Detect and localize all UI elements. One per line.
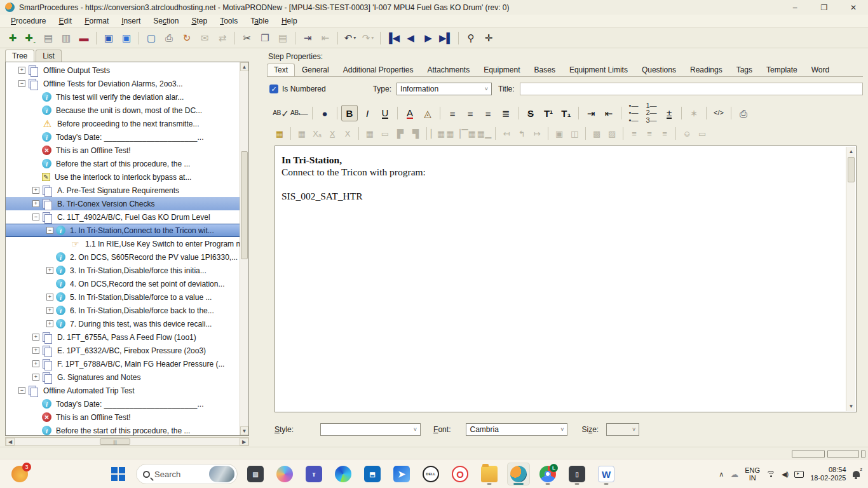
tree-item[interactable]: iBecause the unit is down, most of the D… (6, 104, 240, 117)
nav-prev-button[interactable]: ◀ (402, 30, 419, 46)
tree-scroll-thumb[interactable] (241, 151, 248, 259)
taskbar-app-copilot[interactable] (273, 463, 296, 485)
tab-equipment[interactable]: Equipment (477, 64, 527, 76)
tree-hscroll-thumb[interactable]: ||| (100, 438, 130, 445)
volume-icon[interactable]: ◀) (782, 470, 788, 478)
align-center-button[interactable]: ≡ (462, 105, 478, 121)
tab-general[interactable]: General (295, 64, 336, 76)
expand-icon[interactable]: + (46, 307, 53, 314)
html-source-button[interactable]: </> (710, 105, 727, 121)
font-color-button[interactable]: A (402, 105, 418, 121)
underline-button[interactable]: U (377, 105, 393, 121)
taskbar-app-word[interactable]: W (595, 463, 618, 485)
scroll-down-icon[interactable]: ▼ (240, 426, 248, 435)
superscript-button[interactable]: T¹ (540, 105, 557, 121)
tab-attachments[interactable]: Attachments (420, 64, 477, 76)
font-dropdown[interactable]: Cambria ˅ (466, 423, 567, 436)
tree-item[interactable]: i4. On DCS,Record the set point of devia… (6, 277, 240, 290)
tree-item[interactable]: iBefore the start of this procedure, the… (6, 424, 240, 436)
editor-scroll-up-icon[interactable]: ▲ (846, 147, 856, 156)
taskbar-app-secure[interactable]: ▯ (566, 463, 588, 485)
outdent-text-button[interactable]: ⇤ (600, 105, 617, 121)
editor-scrollbar[interactable]: ▲ ▼ (846, 147, 855, 411)
tab-text[interactable]: Text (267, 64, 295, 76)
menu-procedure[interactable]: Procedure (5, 15, 51, 27)
tree-item[interactable]: −C. 1LT_4902A/B/C, Fuel Gas KO Drum Leve… (6, 210, 240, 224)
save-upload-button[interactable]: ▣ (100, 30, 117, 46)
tab-equipment-limits[interactable]: Equipment Limits (562, 64, 635, 76)
menu-section[interactable]: Section (147, 15, 184, 27)
tree-item[interactable]: ⚠Before proceeding to the next transmitt… (6, 117, 240, 130)
menu-format[interactable]: Format (79, 15, 114, 27)
save-button[interactable]: ▣ (118, 30, 135, 46)
align-left-button[interactable]: ≡ (444, 105, 461, 121)
undo-button[interactable]: ↶▾ (342, 30, 358, 46)
tree-item[interactable]: ✕This is an Offline Test! (6, 144, 240, 157)
size-dropdown[interactable]: ˅ (606, 423, 639, 436)
style-dropdown[interactable]: ˅ (320, 423, 421, 436)
tree-item[interactable]: +B. Tri-Conex Version Checks (6, 197, 240, 210)
expand-icon[interactable]: + (32, 334, 39, 341)
expand-icon[interactable]: + (32, 187, 39, 194)
onedrive-icon[interactable]: ☁ (730, 470, 738, 479)
tree-item[interactable]: iToday's Date: ______________________... (6, 397, 240, 410)
notification-bell[interactable]: z (853, 471, 862, 477)
minimize-button[interactable]: – (780, 0, 810, 15)
step-text-content[interactable]: In Tri-Station,Connect to the Tricon wit… (281, 154, 841, 202)
taskbar-app-dell[interactable]: DELL (419, 463, 442, 485)
tree-item[interactable]: −i1. In Tri-Station,Connect to the Trico… (6, 224, 240, 237)
numbered-list-button[interactable]: 1— 2— 3— (643, 105, 660, 121)
tree-tab-tree[interactable]: Tree (5, 50, 34, 62)
collapse-icon[interactable]: − (32, 214, 39, 220)
language-indicator[interactable]: ENGIN (745, 466, 760, 482)
tree-item[interactable]: ✕This is an Offline Test! (6, 410, 240, 424)
plus-minus-button[interactable]: ± (661, 105, 677, 121)
find-button[interactable]: ⚲ (463, 30, 479, 46)
taskbar-app-opera[interactable]: O (449, 463, 471, 485)
tab-questions[interactable]: Questions (635, 64, 683, 76)
align-right-button[interactable]: ≡ (480, 105, 496, 121)
copy-button[interactable]: ❐ (257, 30, 273, 46)
tree-tab-list[interactable]: List (36, 50, 62, 62)
tab-additional-properties[interactable]: Additional Properties (336, 64, 421, 76)
menu-edit[interactable]: Edit (53, 15, 78, 27)
wifi-icon[interactable] (766, 471, 775, 477)
tab-bases[interactable]: Bases (527, 64, 562, 76)
taskbar-widgets-button[interactable]: 3 (11, 463, 34, 485)
step-text-editor[interactable]: In Tri-Station,Connect to the Tricon wit… (275, 146, 857, 412)
tree-vertical-scrollbar[interactable]: ▲ ▼ (240, 62, 248, 435)
title-input[interactable] (520, 83, 863, 95)
taskbar-app-file-explorer[interactable] (478, 463, 501, 485)
remove-step-button[interactable]: ▬ (76, 30, 92, 46)
menu-tools[interactable]: Tools (214, 15, 243, 27)
tree-item[interactable]: +A. Pre-Test Signature Requirements (6, 184, 240, 197)
add-child-step-button[interactable]: ✚˯ (22, 30, 39, 46)
is-numbered-checkbox[interactable]: ✓ (269, 85, 278, 93)
move-button[interactable]: ✛ (480, 30, 497, 46)
collapse-icon[interactable]: − (46, 227, 53, 234)
expand-icon[interactable]: + (32, 360, 39, 367)
scroll-up-icon[interactable]: ▲ (240, 62, 248, 71)
strikethrough-button[interactable]: S (522, 105, 539, 121)
tree-item[interactable]: +D. 1FT_6755A, Pass A Feed Flow (1oo1) (6, 330, 240, 344)
tree-item[interactable]: iBefore the start of this procedure, the… (6, 157, 240, 170)
align-justify-button[interactable]: ≣ (498, 105, 514, 121)
tree-item[interactable]: +E. 1PT_6332A/BC, Firebox Pressure (2oo3… (6, 344, 240, 357)
menu-insert[interactable]: Insert (116, 15, 146, 27)
print-button[interactable]: ⎙ (161, 30, 177, 46)
taskbar-app-teams[interactable]: ᴛ (302, 463, 325, 485)
print-text-button[interactable]: ⎙ (735, 105, 752, 121)
nav-first-button[interactable]: ▐◀ (384, 30, 401, 46)
spellcheck-auto-icon[interactable]: ᴬᴮ⹃ (290, 105, 308, 121)
indent-button[interactable]: ⇥ (299, 30, 316, 46)
tree-item[interactable]: ☞1.1 In RIE,Use Key Switch to enter Prog… (6, 237, 240, 250)
taskbar-app-smartprocedures[interactable] (507, 463, 530, 485)
tree-item[interactable]: +i3. In Tri-Station,Disable/force this i… (6, 264, 240, 277)
collapse-icon[interactable]: − (18, 387, 25, 394)
expand-icon[interactable]: + (32, 374, 39, 381)
tree-item[interactable]: +F. 1PT_6788A/B/C, Main FG Header Pressu… (6, 357, 240, 370)
spellcheck-icon[interactable]: ᴬᴮ✓ (273, 105, 289, 121)
tree-item[interactable]: +G. Signatures and Notes (6, 370, 240, 384)
highlight-button[interactable]: ◬ (419, 105, 436, 121)
bullet-list-button[interactable]: •— •— •— (625, 105, 642, 121)
